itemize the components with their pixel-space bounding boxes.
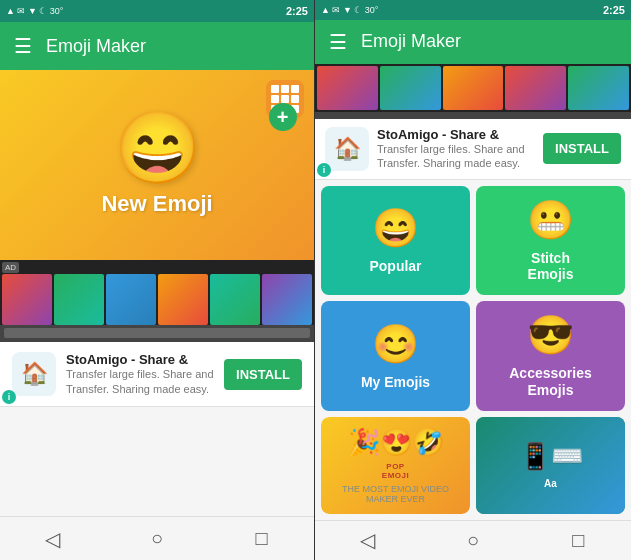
right-stoamigo-card: i 🏠 StoAmigo - Share & Transfer large fi… [315,119,631,180]
left-toolbar-title: Emoji Maker [46,36,300,57]
right-info-badge: i [317,163,331,177]
right-hamburger-icon[interactable]: ☰ [329,30,347,54]
left-stoamigo-card: i 🏠 StoAmigo - Share & Transfer large fi… [0,342,314,407]
ad-thumb-5 [210,274,260,325]
ad-thumb-6 [262,274,312,325]
add-emoji-button[interactable]: + [269,103,297,131]
info-badge: i [2,390,16,404]
right-status-time: 2:25 [603,4,625,16]
ad-thumb-2 [54,274,104,325]
category-popular[interactable]: 😄 Popular [321,186,470,296]
left-home-button[interactable]: ○ [105,527,209,550]
left-hamburger-icon[interactable]: ☰ [14,34,32,58]
left-square-button[interactable]: □ [210,527,314,550]
accessories-label: Accessories Emojis [509,365,592,399]
left-install-button[interactable]: INSTALL [224,359,302,390]
right-stoamigo-info: StoAmigo - Share & Transfer large files.… [377,127,535,171]
right-ad-thumb-5 [568,66,629,110]
popular-emoji: 😄 [372,206,419,250]
grid-dot [281,85,289,93]
left-ad-banner[interactable]: AD [0,260,314,342]
left-bottom-nav: ◁ ○ □ [0,516,314,560]
grid-dot [281,95,289,103]
stoamigo-title: StoAmigo - Share & [66,352,214,367]
left-phone-panel: ▲ ✉ ▼ ☾ 30° 2:25 ☰ Emoji Maker 😄 + [0,0,315,560]
right-home-button[interactable]: ○ [421,529,525,552]
left-toolbar: ☰ Emoji Maker [0,22,314,70]
ad-bar-inner [4,328,310,338]
right-toolbar-title: Emoji Maker [361,31,617,52]
keyboard-emojis: 📱⌨️ [519,441,583,472]
ad-screenshots [0,274,314,325]
category-keyboard[interactable]: 📱⌨️ Aa [476,417,625,514]
right-ad-banner[interactable] [315,64,631,119]
right-bottom-nav: ◁ ○ □ [315,520,631,560]
grid-dot [291,95,299,103]
my-emoji: 😊 [372,322,419,366]
right-ad-thumb-4 [505,66,566,110]
grid-dot [271,95,279,103]
right-ad-thumb-3 [443,66,504,110]
right-stoamigo-icon: 🏠 [325,127,369,171]
category-stitch[interactable]: 😬 Stitch Emojis [476,186,625,296]
right-back-button[interactable]: ◁ [316,528,420,552]
accessories-emoji: 😎 [527,313,574,357]
left-status-time: 2:25 [286,5,308,17]
stitch-label: Stitch Emojis [528,250,574,284]
left-back-button[interactable]: ◁ [1,527,105,551]
ad-thumb-3 [106,274,156,325]
category-grid: 😄 Popular 😬 Stitch Emojis 😊 My Emojis 😎 … [315,180,631,520]
left-status-left-text: ▲ ✉ ▼ ☾ 30° [6,6,63,16]
right-status-bar: ▲ ✉ ▼ ☾ 30° 2:25 [315,0,631,20]
hero-emoji: 😄 [114,113,201,183]
grid-dot [291,85,299,93]
right-square-button[interactable]: □ [526,529,630,552]
category-my[interactable]: 😊 My Emojis [321,301,470,411]
ad-thumb-4 [158,274,208,325]
left-status-icons-left: ▲ ✉ ▼ ☾ 30° [6,6,63,16]
stoamigo-desc: Transfer large files. Share and Transfer… [66,367,214,396]
right-install-button[interactable]: INSTALL [543,133,621,164]
stoamigo-info: StoAmigo - Share & Transfer large files.… [66,352,214,396]
ad-label: AD [2,262,19,273]
pop-emojis: 🎉😍🤣 [348,427,444,458]
right-phone-panel: ▲ ✉ ▼ ☾ 30° 2:25 ☰ Emoji Maker i 🏠 StoAm… [315,0,631,560]
my-label: My Emojis [361,374,430,391]
right-stoamigo-title: StoAmigo - Share & [377,127,535,142]
right-status-left-text: ▲ ✉ ▼ ☾ 30° [321,5,378,15]
keyboard-label: Aa [544,478,557,489]
left-status-bar: ▲ ✉ ▼ ☾ 30° 2:25 [0,0,314,22]
stoamigo-icon: 🏠 [12,352,56,396]
ad-thumb-1 [2,274,52,325]
grid-dot [271,85,279,93]
right-ad-thumb-2 [380,66,441,110]
new-emoji-label: New Emoji [101,191,212,217]
right-stoamigo-desc: Transfer large files. Share and Transfer… [377,142,535,171]
popular-label: Popular [369,258,421,275]
left-hero-section[interactable]: 😄 + New Emoji [0,70,314,260]
ad-bar [0,325,314,342]
right-status-icons-left: ▲ ✉ ▼ ☾ 30° [321,5,378,15]
category-accessories[interactable]: 😎 Accessories Emojis [476,301,625,411]
right-ad-screenshots [315,66,631,110]
pop-sublabel: THE MOST EMOJI VIDEO MAKER EVER [331,484,460,504]
pop-label: POPEMOJI [382,462,409,480]
right-ad-thumb-1 [317,66,378,110]
stitch-emoji: 😬 [527,198,574,242]
right-ad-bar [315,112,631,119]
right-toolbar: ☰ Emoji Maker [315,20,631,64]
category-pop[interactable]: 🎉😍🤣 POPEMOJI THE MOST EMOJI VIDEO MAKER … [321,417,470,514]
